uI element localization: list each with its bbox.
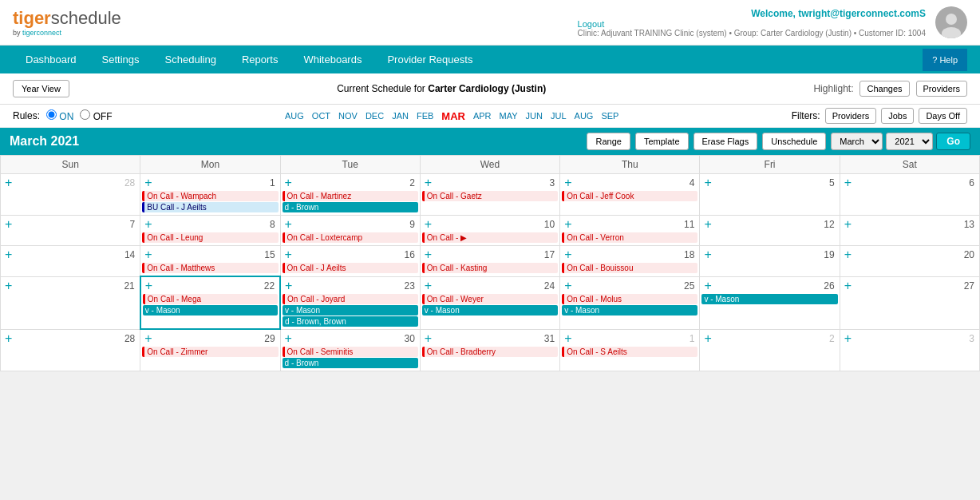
calendar-event[interactable]: On Call - Matthews — [142, 263, 278, 273]
calendar-event[interactable]: d - Brown — [283, 358, 418, 368]
changes-button[interactable]: Changes — [859, 81, 909, 97]
add-event-button[interactable]: + — [562, 331, 574, 346]
add-event-button[interactable]: + — [142, 176, 154, 190]
calendar-event[interactable]: On Call - Jeff Cook — [562, 191, 697, 201]
calendar-event[interactable]: v - Mason — [283, 305, 418, 315]
erase-flags-button[interactable]: Erase Flags — [694, 133, 758, 150]
month-aug-next[interactable]: AUG — [571, 109, 597, 122]
providers-button[interactable]: Providers — [916, 81, 967, 97]
nav-settings[interactable]: Settings — [89, 46, 152, 73]
nav-provider-requests[interactable]: Provider Requests — [374, 46, 485, 73]
rules-off-radio[interactable]: OFF — [80, 109, 112, 122]
calendar-event[interactable]: On Call - ▶ — [422, 232, 558, 243]
month-nov[interactable]: NOV — [335, 109, 361, 122]
month-aug-prev[interactable]: AUG — [282, 109, 307, 122]
add-event-button[interactable]: + — [142, 248, 154, 262]
rules-on-input[interactable] — [46, 109, 57, 120]
calendar-event[interactable]: On Call - Joyard — [283, 294, 418, 304]
go-button[interactable]: Go — [936, 133, 970, 150]
add-event-button[interactable]: + — [283, 331, 294, 346]
add-event-button[interactable]: + — [283, 279, 294, 293]
add-event-button[interactable]: + — [701, 176, 713, 190]
year-view-button[interactable]: Year View — [13, 80, 69, 97]
month-jul[interactable]: JUL — [547, 109, 570, 122]
calendar-event[interactable]: On Call - Wampach — [142, 191, 278, 201]
filter-providers-button[interactable]: Providers — [825, 108, 876, 124]
add-event-button[interactable]: + — [842, 217, 854, 232]
add-event-button[interactable]: + — [562, 279, 574, 293]
calendar-event[interactable]: v - Mason — [422, 305, 558, 315]
add-event-button[interactable]: + — [701, 248, 713, 262]
nav-whiteboards[interactable]: Whiteboards — [290, 46, 374, 73]
nav-scheduling[interactable]: Scheduling — [152, 46, 229, 73]
nav-reports[interactable]: Reports — [229, 46, 291, 73]
filter-jobs-button[interactable]: Jobs — [881, 108, 914, 124]
calendar-event[interactable]: On Call - Verron — [562, 232, 697, 243]
add-event-button[interactable]: + — [283, 248, 294, 262]
month-dec[interactable]: DEC — [362, 109, 387, 122]
add-event-button[interactable]: + — [283, 217, 294, 232]
nav-dashboard[interactable]: Dashboard — [13, 46, 89, 73]
year-select[interactable]: 2021 — [886, 133, 933, 150]
calendar-event[interactable]: On Call - Zimmer — [142, 347, 278, 357]
month-may[interactable]: MAY — [496, 109, 521, 122]
month-feb[interactable]: FEB — [413, 109, 437, 122]
calendar-event[interactable]: On Call - Molus — [562, 294, 697, 304]
calendar-event[interactable]: On Call - Loxtercamp — [283, 232, 418, 243]
calendar-event[interactable]: On Call - Mega — [143, 294, 278, 304]
calendar-event[interactable]: On Call - Leung — [142, 232, 278, 243]
calendar-event[interactable]: On Call - Seminitis — [283, 347, 418, 357]
add-event-button[interactable]: + — [842, 176, 854, 190]
calendar-event[interactable]: On Call - J Aeilts — [283, 263, 418, 273]
add-event-button[interactable]: + — [842, 331, 854, 346]
add-event-button[interactable]: + — [283, 176, 294, 190]
rules-on-radio[interactable]: ON — [46, 109, 73, 122]
month-jun[interactable]: JUN — [523, 109, 546, 122]
add-event-button[interactable]: + — [842, 279, 854, 293]
calendar-event[interactable]: d - Brown, Brown — [283, 316, 418, 327]
add-event-button[interactable]: + — [142, 331, 154, 346]
add-event-button[interactable]: + — [2, 217, 14, 232]
add-event-button[interactable]: + — [562, 248, 574, 262]
month-sep[interactable]: SEP — [598, 109, 622, 122]
add-event-button[interactable]: + — [422, 217, 434, 232]
calendar-event[interactable]: v - Mason — [143, 305, 278, 315]
calendar-event[interactable]: On Call - S Aeilts — [562, 347, 697, 357]
add-event-button[interactable]: + — [2, 331, 14, 346]
add-event-button[interactable]: + — [422, 331, 434, 346]
month-jan[interactable]: JAN — [389, 109, 412, 122]
calendar-event[interactable]: On Call - Weyer — [422, 294, 558, 304]
calendar-event[interactable]: v - Mason — [701, 294, 837, 304]
calendar-event[interactable]: v - Mason — [562, 305, 697, 315]
month-mar[interactable]: MAR — [438, 109, 468, 124]
add-event-button[interactable]: + — [422, 248, 434, 262]
rules-off-input[interactable] — [80, 109, 90, 120]
add-event-button[interactable]: + — [562, 176, 574, 190]
add-event-button[interactable]: + — [142, 217, 154, 232]
add-event-button[interactable]: + — [2, 279, 14, 293]
add-event-button[interactable]: + — [701, 217, 713, 232]
calendar-event[interactable]: On Call - Kasting — [422, 263, 558, 273]
template-button[interactable]: Template — [635, 133, 689, 150]
calendar-event[interactable]: d - Brown — [283, 202, 418, 212]
calendar-event[interactable]: On Call - Gaetz — [422, 191, 558, 201]
month-select[interactable]: March — [831, 133, 883, 150]
month-oct[interactable]: OCT — [309, 109, 334, 122]
add-event-button[interactable]: + — [143, 279, 155, 293]
add-event-button[interactable]: + — [701, 331, 713, 346]
calendar-event[interactable]: BU Call - J Aeilts — [142, 202, 278, 212]
add-event-button[interactable]: + — [422, 176, 434, 190]
filter-days-off-button[interactable]: Days Off — [919, 108, 967, 124]
calendar-event[interactable]: On Call - Martinez — [283, 191, 418, 201]
add-event-button[interactable]: + — [562, 217, 574, 232]
unschedule-button[interactable]: Unschedule — [762, 133, 826, 150]
add-event-button[interactable]: + — [2, 176, 14, 190]
logout-button[interactable]: Logout — [578, 19, 926, 29]
help-button[interactable]: ? Help — [923, 49, 967, 71]
add-event-button[interactable]: + — [842, 248, 854, 262]
add-event-button[interactable]: + — [701, 279, 713, 293]
month-apr[interactable]: APR — [470, 109, 495, 122]
calendar-event[interactable]: On Call - Bouissou — [562, 263, 697, 273]
add-event-button[interactable]: + — [422, 279, 434, 293]
add-event-button[interactable]: + — [2, 248, 14, 262]
